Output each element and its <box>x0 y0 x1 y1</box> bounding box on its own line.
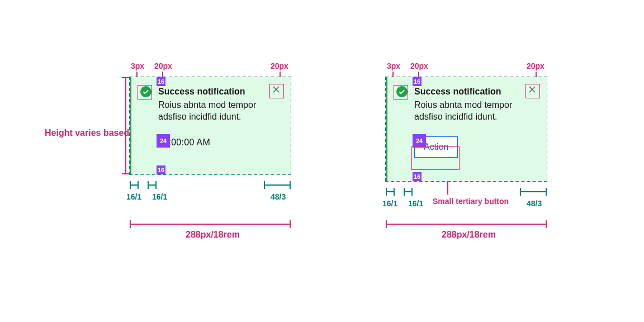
notification-title-b: Success notification <box>414 86 520 98</box>
spacer-token-mid: 24 <box>157 134 170 148</box>
close-size-label-b: 20px <box>527 61 544 71</box>
toast-notification: Success notification Roius abnta mod tem… <box>130 77 291 174</box>
spacer-token-bot-b: 16 <box>413 172 422 181</box>
icon-size-label-b: 20px <box>410 61 428 71</box>
notification-spec-timestamp: Success notification Roius abnta mod tem… <box>130 77 291 174</box>
notification-spec-action: Success notification Roius abnta mod tem… <box>386 77 547 181</box>
gutter-label-1b: 16/1 <box>382 199 397 209</box>
gutter-label-1a: 16/1 <box>126 192 141 202</box>
border-width-label-a: 3px <box>131 61 144 71</box>
width-label-a: 288px/18rem <box>186 229 240 240</box>
spacer-token-mid-b: 24 <box>413 134 426 148</box>
success-icon <box>140 86 151 97</box>
spacer-token-top-b: 16 <box>413 77 422 86</box>
spacer-token-bot: 16 <box>157 165 165 174</box>
gutter-ruler-1b <box>386 188 395 196</box>
notification-body: Roius abnta mod tempor adsfiso incidfid … <box>158 99 264 123</box>
close-button[interactable] <box>272 85 283 96</box>
gutter-ruler-1a <box>130 181 139 189</box>
width-label-b: 288px/18rem <box>442 229 496 240</box>
gutter-ruler-2a <box>148 181 157 189</box>
toast-notification-b: Success notification Roius abnta mod tem… <box>386 77 547 181</box>
trailing-ruler-a <box>264 181 291 189</box>
gutter-ruler-2b <box>404 188 413 196</box>
trailing-ruler-b <box>520 188 547 196</box>
icon-size-label-a: 20px <box>154 61 172 71</box>
gutter-label-2a: 16/1 <box>152 192 167 202</box>
width-ruler-b <box>386 220 547 228</box>
border-width-label-b: 3px <box>387 61 400 71</box>
height-varies-label: Height varies based on content <box>45 127 117 138</box>
close-button-b[interactable] <box>528 85 539 96</box>
spacer-token-top: 16 <box>157 77 165 86</box>
trailing-label-b: 48/3 <box>527 199 542 209</box>
success-icon-b <box>396 86 408 97</box>
notification-title: Success notification <box>158 86 264 98</box>
height-ruler <box>122 77 130 174</box>
close-size-label-a: 20px <box>271 61 288 71</box>
width-ruler-a <box>130 220 291 228</box>
notification-body-b: Roius abnta mod tempor adsfiso incidfid … <box>414 99 520 123</box>
gutter-label-2b: 16/1 <box>408 199 423 209</box>
trailing-label-a: 48/3 <box>271 192 286 202</box>
tertiary-button-label: Small tertiary button <box>433 197 509 206</box>
notification-timestamp: 00:00:00 AM <box>158 136 264 149</box>
